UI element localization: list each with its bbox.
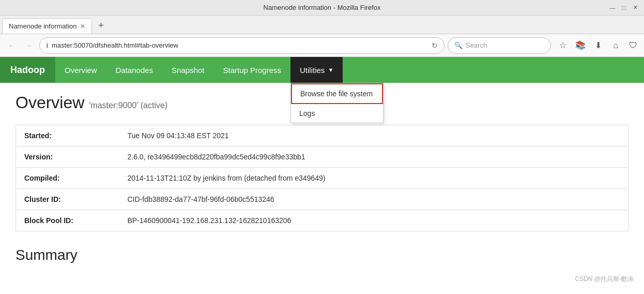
dropdown-item-browse-filesystem[interactable]: Browse the file system bbox=[291, 83, 383, 104]
info-key: Compiled: bbox=[16, 168, 119, 189]
info-value: CID-fdb38892-da77-47bf-96fd-06b0c5513246 bbox=[119, 189, 628, 210]
bookmark-star-icon[interactable]: ☆ bbox=[556, 39, 570, 52]
nav-item-datanodes[interactable]: Datanodes bbox=[106, 57, 163, 83]
tabbar: Namenode information ✕ + bbox=[0, 16, 644, 34]
info-value: BP-1460900041-192.168.231.132-1628210163… bbox=[119, 210, 628, 231]
navbar-brand[interactable]: Hadoop bbox=[0, 57, 55, 83]
overview-title: Overview bbox=[16, 93, 84, 112]
navbar: Hadoop Overview Datanodes Snapshot Start… bbox=[0, 57, 644, 83]
overview-subtitle: 'master:9000' (active) bbox=[89, 101, 167, 110]
search-placeholder: Search bbox=[466, 41, 544, 49]
shield-icon[interactable]: 🛡 bbox=[626, 39, 640, 52]
page-title: Overview 'master:9000' (active) bbox=[16, 93, 167, 112]
maximize-button[interactable]: □ bbox=[620, 4, 627, 11]
info-key: Version: bbox=[16, 146, 119, 168]
nav-item-startup-progress[interactable]: Startup Progress bbox=[213, 57, 290, 83]
toolbar-icons: ☆ 📚 ⬇ ⌂ 🛡 bbox=[556, 39, 640, 52]
info-key: Started: bbox=[16, 125, 119, 146]
new-tab-button[interactable]: + bbox=[94, 18, 109, 33]
summary-title: Summary bbox=[16, 247, 628, 263]
nav-item-overview[interactable]: Overview bbox=[55, 57, 106, 83]
reload-button[interactable]: ↻ bbox=[432, 41, 438, 50]
info-value: Tue Nov 09 04:13:48 EST 2021 bbox=[119, 125, 628, 146]
tab-namenode-info[interactable]: Namenode information ✕ bbox=[2, 18, 92, 34]
url-bar[interactable]: ℹ master:50070/dfshealth.html#tab-overvi… bbox=[39, 37, 444, 54]
dropdown-item-logs[interactable]: Logs bbox=[291, 104, 383, 123]
nav-item-snapshot[interactable]: Snapshot bbox=[162, 57, 213, 83]
info-value: 2.6.0, re3496499ecb8d220fba99dc5ed4c99c8… bbox=[119, 146, 628, 168]
url-text: master:50070/dfshealth.html#tab-overview bbox=[52, 41, 428, 49]
nav-item-utilities-dropdown[interactable]: Utilities ▼ Browse the file system Logs bbox=[290, 57, 343, 83]
utilities-label: Utilities bbox=[300, 66, 325, 75]
dropdown-chevron-icon: ▼ bbox=[328, 67, 333, 73]
download-icon[interactable]: ⬇ bbox=[591, 39, 605, 52]
table-row: Started:Tue Nov 09 04:13:48 EST 2021 bbox=[16, 125, 628, 146]
utilities-dropdown-menu: Browse the file system Logs bbox=[290, 83, 384, 123]
table-row: Compiled:2014-11-13T21:10Z by jenkins fr… bbox=[16, 168, 628, 189]
titlebar: Namenode information - Mozilla Firefox —… bbox=[0, 0, 644, 16]
info-key: Block Pool ID: bbox=[16, 210, 119, 231]
close-button[interactable]: ✕ bbox=[632, 4, 639, 11]
back-button[interactable]: ← bbox=[4, 38, 19, 53]
tab-label: Namenode information bbox=[9, 22, 77, 30]
window-controls: — □ ✕ bbox=[609, 4, 639, 11]
watermark: CSDN @托马斯-酷涛 bbox=[575, 275, 634, 282]
library-icon[interactable]: 📚 bbox=[574, 39, 587, 52]
navbar-items: Overview Datanodes Snapshot Startup Prog… bbox=[55, 57, 343, 83]
minimize-button[interactable]: — bbox=[609, 4, 616, 11]
search-icon: 🔍 bbox=[454, 41, 463, 49]
info-value: 2014-11-13T21:10Z by jenkins from (detac… bbox=[119, 168, 628, 189]
addressbar: ← → ℹ master:50070/dfshealth.html#tab-ov… bbox=[0, 34, 644, 57]
info-key: Cluster ID: bbox=[16, 189, 119, 210]
search-bar[interactable]: 🔍 Search bbox=[448, 37, 551, 54]
table-row: Cluster ID:CID-fdb38892-da77-47bf-96fd-0… bbox=[16, 189, 628, 210]
info-table: Started:Tue Nov 09 04:13:48 EST 2021Vers… bbox=[16, 125, 628, 231]
table-row: Block Pool ID:BP-1460900041-192.168.231.… bbox=[16, 210, 628, 231]
forward-button[interactable]: → bbox=[22, 38, 36, 53]
tab-close-button[interactable]: ✕ bbox=[80, 23, 85, 30]
table-row: Version:2.6.0, re3496499ecb8d220fba99dc5… bbox=[16, 146, 628, 168]
url-security-icon: ℹ bbox=[46, 42, 49, 49]
home-icon[interactable]: ⌂ bbox=[609, 39, 622, 52]
window-title: Namenode information - Mozilla Firefox bbox=[264, 4, 381, 11]
